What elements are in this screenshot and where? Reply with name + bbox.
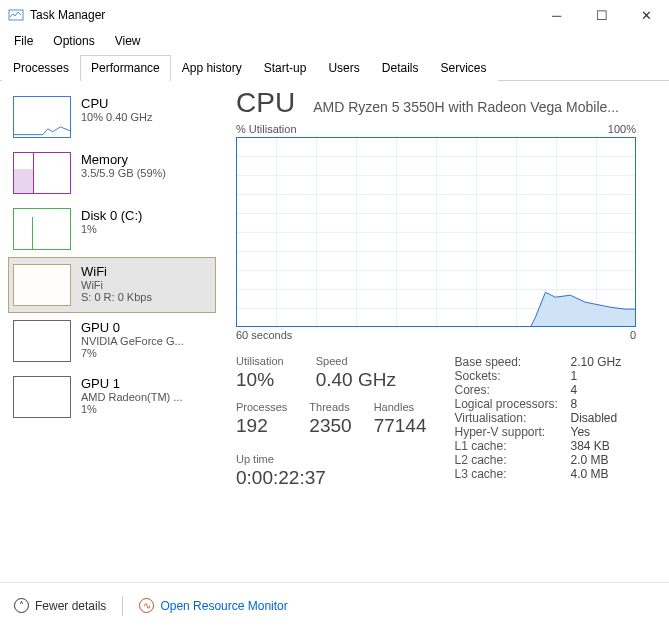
- logical-processors-label: Logical processors:: [454, 397, 570, 411]
- menubar: File Options View: [0, 30, 669, 52]
- sidebar-item-gpu0[interactable]: GPU 0 NVIDIA GeForce G... 7%: [8, 313, 216, 369]
- gpu1-thumb: [13, 376, 71, 418]
- speed-value: 0.40 GHz: [316, 369, 396, 391]
- cpu-model: AMD Ryzen 5 3550H with Radeon Vega Mobil…: [313, 99, 659, 115]
- sidebar-gpu0-title: GPU 0: [81, 320, 184, 335]
- threads-value: 2350: [309, 415, 351, 437]
- chevron-up-icon: ˄: [14, 598, 29, 613]
- sidebar-cpu-title: CPU: [81, 96, 153, 111]
- main-pane: CPU AMD Ryzen 5 3550H with Radeon Vega M…: [216, 81, 669, 569]
- utilisation-label: Utilisation: [236, 355, 284, 367]
- base-speed-value: 2.10 GHz: [570, 355, 621, 369]
- processes-label: Processes: [236, 401, 287, 413]
- handles-value: 77144: [374, 415, 427, 437]
- tab-users[interactable]: Users: [317, 55, 370, 81]
- sidebar-cpu-sub: 10% 0.40 GHz: [81, 111, 153, 123]
- footer: ˄ Fewer details ∿ Open Resource Monitor: [0, 582, 669, 628]
- resource-monitor-icon: ∿: [139, 598, 154, 613]
- tab-app-history[interactable]: App history: [171, 55, 253, 81]
- tab-services[interactable]: Services: [429, 55, 497, 81]
- l2-cache-value: 2.0 MB: [570, 453, 608, 467]
- separator: [122, 596, 123, 616]
- sidebar-item-disk[interactable]: Disk 0 (C:) 1%: [8, 201, 216, 257]
- logical-processors-value: 8: [570, 397, 577, 411]
- memory-thumb: [13, 152, 71, 194]
- sidebar-item-wifi[interactable]: WiFi WiFi S: 0 R: 0 Kbps: [8, 257, 216, 313]
- hyperv-value: Yes: [570, 425, 590, 439]
- window-controls: ─ ☐ ✕: [534, 0, 669, 30]
- cores-label: Cores:: [454, 383, 570, 397]
- tab-performance[interactable]: Performance: [80, 55, 171, 81]
- l2-cache-label: L2 cache:: [454, 453, 570, 467]
- chart-top-left-label: % Utilisation: [236, 123, 297, 135]
- titlebar: Task Manager ─ ☐ ✕: [0, 0, 669, 30]
- sidebar-disk-sub: 1%: [81, 223, 142, 235]
- cores-value: 4: [570, 383, 577, 397]
- sidebar-item-cpu[interactable]: CPU 10% 0.40 GHz: [8, 89, 216, 145]
- fewer-details-button[interactable]: ˄ Fewer details: [14, 598, 106, 613]
- tab-processes[interactable]: Processes: [2, 55, 80, 81]
- l1-cache-label: L1 cache:: [454, 439, 570, 453]
- sidebar-gpu0-sub2: 7%: [81, 347, 184, 359]
- open-resource-monitor-link[interactable]: ∿ Open Resource Monitor: [139, 598, 287, 613]
- sidebar: CPU 10% 0.40 GHz Memory 3.5/5.9 GB (59%)…: [0, 81, 216, 569]
- gpu0-thumb: [13, 320, 71, 362]
- hyperv-label: Hyper-V support:: [454, 425, 570, 439]
- sidebar-item-memory[interactable]: Memory 3.5/5.9 GB (59%): [8, 145, 216, 201]
- speed-label: Speed: [316, 355, 396, 367]
- sidebar-wifi-sub2: S: 0 R: 0 Kbps: [81, 291, 152, 303]
- sidebar-wifi-sub1: WiFi: [81, 279, 152, 291]
- content: CPU 10% 0.40 GHz Memory 3.5/5.9 GB (59%)…: [0, 81, 669, 569]
- uptime-label: Up time: [236, 453, 426, 465]
- sidebar-memory-title: Memory: [81, 152, 166, 167]
- cpu-thumb: [13, 96, 71, 138]
- utilisation-value: 10%: [236, 369, 284, 391]
- processes-value: 192: [236, 415, 287, 437]
- wifi-thumb: [13, 264, 71, 306]
- sockets-value: 1: [570, 369, 577, 383]
- handles-label: Handles: [374, 401, 427, 413]
- sidebar-memory-sub: 3.5/5.9 GB (59%): [81, 167, 166, 179]
- page-title: CPU: [236, 87, 295, 119]
- uptime-value: 0:00:22:37: [236, 467, 426, 489]
- sidebar-gpu1-title: GPU 1: [81, 376, 182, 391]
- app-icon: [8, 7, 24, 23]
- tab-bar: Processes Performance App history Start-…: [0, 54, 669, 81]
- utilisation-chart: [236, 137, 636, 327]
- menu-file[interactable]: File: [6, 32, 41, 50]
- chart-bottom-right-label: 0: [630, 329, 636, 341]
- menu-view[interactable]: View: [107, 32, 149, 50]
- cpu-details: Base speed:2.10 GHz Sockets:1 Cores:4 Lo…: [454, 355, 621, 489]
- minimize-button[interactable]: ─: [534, 0, 579, 30]
- maximize-button[interactable]: ☐: [579, 0, 624, 30]
- open-resource-monitor-label: Open Resource Monitor: [160, 599, 287, 613]
- tab-start-up[interactable]: Start-up: [253, 55, 318, 81]
- virtualisation-value: Disabled: [570, 411, 617, 425]
- window-title: Task Manager: [30, 8, 534, 22]
- sockets-label: Sockets:: [454, 369, 570, 383]
- menu-options[interactable]: Options: [45, 32, 102, 50]
- chart-top-right-label: 100%: [608, 123, 636, 135]
- virtualisation-label: Virtualisation:: [454, 411, 570, 425]
- l3-cache-label: L3 cache:: [454, 467, 570, 481]
- sidebar-gpu1-sub1: AMD Radeon(TM) ...: [81, 391, 182, 403]
- close-button[interactable]: ✕: [624, 0, 669, 30]
- l1-cache-value: 384 KB: [570, 439, 609, 453]
- disk-thumb: [13, 208, 71, 250]
- tab-details[interactable]: Details: [371, 55, 430, 81]
- threads-label: Threads: [309, 401, 351, 413]
- fewer-details-label: Fewer details: [35, 599, 106, 613]
- base-speed-label: Base speed:: [454, 355, 570, 369]
- sidebar-gpu0-sub1: NVIDIA GeForce G...: [81, 335, 184, 347]
- chart-bottom-left-label: 60 seconds: [236, 329, 292, 341]
- l3-cache-value: 4.0 MB: [570, 467, 608, 481]
- sidebar-disk-title: Disk 0 (C:): [81, 208, 142, 223]
- sidebar-gpu1-sub2: 1%: [81, 403, 182, 415]
- sidebar-item-gpu1[interactable]: GPU 1 AMD Radeon(TM) ... 1%: [8, 369, 216, 425]
- sidebar-wifi-title: WiFi: [81, 264, 152, 279]
